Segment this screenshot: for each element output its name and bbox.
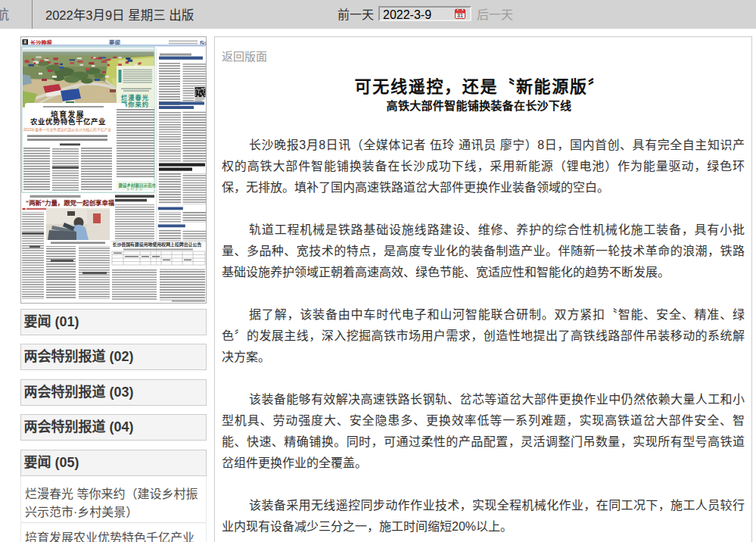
- svg-text:农业优势特色千亿产业: 农业优势特色千亿产业: [30, 117, 106, 126]
- svg-text:“两新”力量，跟党一起创享幸福: “两新”力量，跟党一起创享幸福: [26, 199, 115, 207]
- svg-text:烂漫春光: 烂漫春光: [121, 94, 149, 101]
- svg-text:长沙县国有建设用地使用权网上挂牌出让公告: 长沙县国有建设用地使用权网上挂牌出让公告: [113, 241, 202, 248]
- svg-text:2022年省委一号文件提出打造以长沙为核心的千亿产业: 2022年省委一号文件提出打造以长沙为核心的千亿产业: [23, 127, 111, 132]
- svg-text:31: 31: [457, 13, 463, 18]
- svg-text:乡村美景: 乡村美景: [126, 186, 143, 192]
